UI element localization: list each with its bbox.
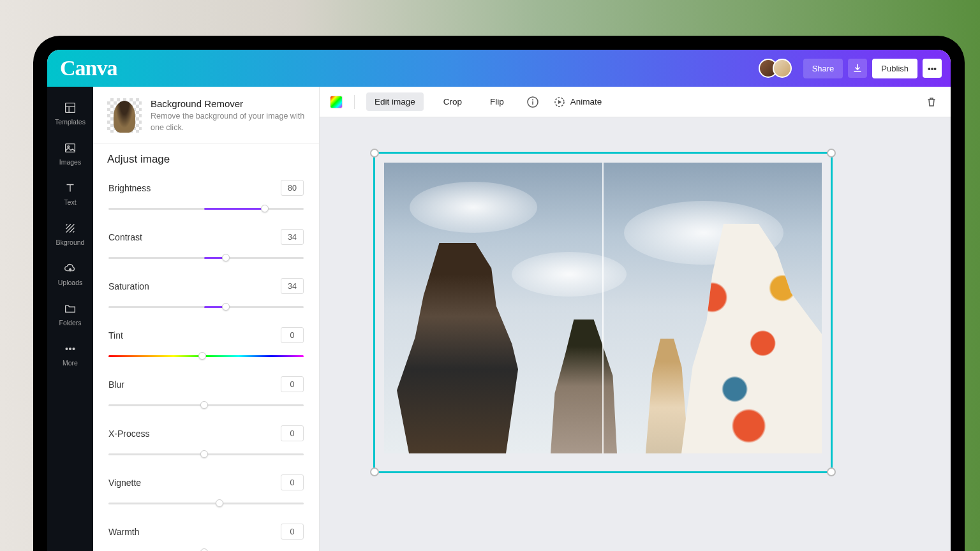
editor-toolbar: Edit image Crop Flip Animate [320,87,951,117]
sidebar-item-uploads[interactable]: Uploads [47,254,93,294]
slider-knob[interactable] [222,254,230,261]
avatar[interactable] [773,59,792,78]
slider-contrast: Contrast34 [108,229,304,261]
slider-track[interactable] [108,352,304,360]
slider-knob[interactable] [222,303,230,311]
slider-label: Blur [108,379,124,390]
slider-knob[interactable] [200,450,208,458]
slider-track[interactable] [108,254,304,261]
share-button[interactable]: Share [803,59,843,78]
slider-knob[interactable] [261,205,269,212]
color-picker-button[interactable] [330,96,343,108]
canvas[interactable] [320,117,951,551]
photo-subject [542,320,625,453]
sidebar-item-images[interactable]: Images [47,133,93,173]
slider-value[interactable]: 0 [281,425,304,441]
templates-icon [63,101,77,115]
slider-track[interactable] [108,303,304,311]
collaborator-avatars[interactable] [764,59,792,78]
topbar: Canva Share Publish ••• [47,50,951,87]
slider-blur: Blur0 [108,376,304,409]
slider-knob[interactable] [200,548,208,551]
download-button[interactable] [848,59,867,78]
slider-value[interactable]: 0 [281,376,304,392]
more-icon [63,342,77,356]
images-icon [63,141,77,155]
slider-track[interactable] [108,205,304,212]
slider-value[interactable]: 0 [281,524,304,540]
delete-button[interactable] [923,93,940,111]
slider-label: Warmth [108,527,139,537]
sidebar-item-label: Templates [55,118,85,126]
slider-knob[interactable] [200,401,208,409]
bg-remover-desc: Remove the background of your image with… [151,111,305,133]
sidebar-item-label: Uploads [58,279,83,286]
selection-frame[interactable] [373,152,833,473]
slider-label: X-Process [108,429,150,439]
slider-value[interactable]: 80 [281,180,304,196]
slider-saturation: Saturation34 [108,278,304,311]
comparison-divider[interactable] [602,163,604,453]
sky-decoration [512,252,627,297]
slider-label: Saturation [108,281,149,291]
bg-remover-title: Background Remover [151,98,305,109]
sky-decoration [410,182,537,233]
sidebar-item-more[interactable]: More [47,334,93,374]
slider-knob[interactable] [216,499,223,507]
svg-rect-3 [66,144,75,152]
crop-button[interactable]: Crop [435,92,470,111]
sidebar: Templates Images Text Bkground Uploads F… [47,87,93,551]
animate-icon [553,96,566,108]
slider-value[interactable]: 34 [281,278,304,294]
sidebar-item-label: Images [59,158,81,166]
slider-track[interactable] [108,548,304,551]
divider [354,95,355,109]
sidebar-item-folders[interactable]: Folders [47,294,93,334]
text-icon [63,181,77,195]
edit-image-button[interactable]: Edit image [366,92,424,111]
slider-label: Brightness [108,183,151,193]
dots-icon: ••• [928,64,937,73]
trash-icon [925,96,938,108]
slider-track[interactable] [108,401,304,409]
slider-vignette: Vignette0 [108,474,304,507]
flip-button[interactable]: Flip [482,92,512,111]
slider-label: Vignette [108,478,141,488]
sidebar-item-text[interactable]: Text [47,173,93,214]
sidebar-item-label: More [63,359,78,367]
background-icon [63,221,77,235]
info-button[interactable] [524,93,542,111]
publish-button[interactable]: Publish [872,59,917,78]
sidebar-item-label: Folders [59,319,81,327]
slider-label: Contrast [108,232,142,242]
app-window: Canva Share Publish ••• Templates Images [47,50,951,551]
sidebar-item-background[interactable]: Bkground [47,214,93,254]
slider-value[interactable]: 0 [281,474,304,490]
logo: Canva [60,56,117,80]
resize-handle-tr[interactable] [827,149,836,158]
background-remover-card[interactable]: Background Remover Remove the background… [93,87,319,143]
resize-handle-bl[interactable] [370,467,379,476]
slider-xprocess: X-Process0 [108,425,304,458]
svg-point-5 [66,348,68,350]
slider-track[interactable] [108,499,304,507]
sidebar-item-templates[interactable]: Templates [47,93,93,133]
slider-track[interactable] [108,450,304,458]
adjust-image-header: Adjust image [93,143,319,176]
resize-handle-tl[interactable] [370,149,379,158]
slider-value[interactable]: 34 [281,229,304,245]
slider-label: Tint [108,330,123,341]
uploads-icon [63,261,77,276]
svg-point-6 [70,348,71,350]
photo-subject [397,243,518,453]
resize-handle-br[interactable] [827,467,836,476]
more-menu-button[interactable]: ••• [923,59,942,78]
download-icon [852,63,863,73]
animate-button[interactable]: Animate [553,96,602,108]
slider-knob[interactable] [198,352,206,360]
bg-remover-thumbnail [107,98,142,133]
slider-value[interactable]: 0 [281,327,304,343]
edit-panel: Background Remover Remove the background… [93,87,319,551]
sliders-list: Brightness80Contrast34Saturation34Tint0B… [93,176,319,551]
folders-icon [63,302,77,316]
